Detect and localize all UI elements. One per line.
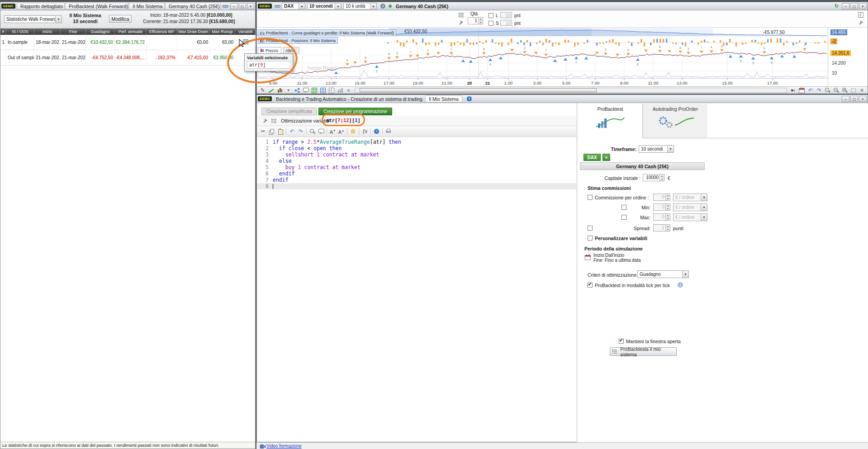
column-header[interactable]: Efficienza WF: [147, 28, 177, 35]
stop-checkbox[interactable]: [489, 21, 493, 26]
print-icon[interactable]: [384, 127, 393, 136]
dropdown-arrow-icon[interactable]: [682, 271, 688, 278]
help-icon[interactable]: ?: [372, 127, 381, 136]
tab-il-mio-sistema[interactable]: Il Mio Sistema: [129, 3, 165, 9]
keypad-icon[interactable]: [457, 12, 465, 18]
timeframe-dropdown[interactable]: 10 secondi: [639, 145, 674, 153]
min-spinner[interactable]: [665, 204, 670, 210]
statistics-icon[interactable]: [336, 87, 344, 94]
qty-spinner[interactable]: [478, 18, 483, 24]
code-line[interactable]: 1if range > 2.5*AverageTrueRange[atr] th…: [257, 139, 576, 145]
wrench-icon[interactable]: [457, 19, 465, 26]
dropdown-arrow-icon[interactable]: [370, 3, 376, 9]
table-row[interactable]: 1In-sample18-mar-202...21-mar-202...€10.…: [0, 35, 255, 50]
commission-unit-dropdown[interactable]: € / ordine: [673, 194, 707, 201]
tick-mode-checkbox[interactable]: [588, 283, 593, 288]
calendar-icon[interactable]: [584, 254, 592, 260]
zoom-select-icon[interactable]: [849, 87, 857, 94]
dropdown-arrow-icon[interactable]: [701, 214, 707, 221]
max-input[interactable]: 0: [653, 213, 670, 221]
max-checkbox[interactable]: [621, 215, 626, 220]
variables-list-icon[interactable]: [270, 118, 278, 124]
column-header[interactable]: #: [0, 28, 6, 35]
units-selector[interactable]: 10 k unità: [343, 3, 377, 9]
dropdown-arrow-icon[interactable]: [299, 3, 305, 9]
zoom-reset-icon[interactable]: [824, 87, 831, 94]
column-header[interactable]: Variabili: [235, 28, 256, 35]
step-forward-icon[interactable]: ▶|: [789, 87, 797, 94]
tab-simple-creation[interactable]: Creazione semplificata: [261, 108, 317, 115]
code-editor[interactable]: 1if range > 2.5*AverageTrueRange[atr] th…: [257, 137, 576, 440]
font-increase-icon[interactable]: A▲: [337, 127, 346, 136]
undo-icon[interactable]: ↶: [288, 127, 296, 136]
redo-icon[interactable]: ↷: [815, 87, 823, 94]
chart-scrollbar-thumb[interactable]: [360, 88, 597, 92]
tab-probacktest-walk-forward[interactable]: ProBacktest (Walk Forward): [65, 3, 128, 9]
wrench-icon[interactable]: [261, 118, 269, 124]
max-spinner[interactable]: [665, 214, 670, 220]
symbol-tab-dax[interactable]: DAX: [583, 154, 601, 161]
column-header[interactable]: Inizio: [34, 28, 61, 35]
document-tab[interactable]: Il Mio Sistema: [425, 95, 462, 102]
cut-icon[interactable]: ✂: [259, 127, 267, 136]
max-unit-dropdown[interactable]: € / ordine: [673, 213, 707, 221]
code-line[interactable]: 2 if close < open then: [257, 145, 576, 151]
min-unit-dropdown[interactable]: € / ordine: [673, 203, 707, 211]
timeframe-selector[interactable]: 10 secondi: [307, 3, 342, 9]
dropdown-arrow-icon[interactable]: [55, 16, 62, 23]
overlay-tab-equity[interactable]: ProBacktest - Curva guadagni e perdite: …: [258, 29, 396, 36]
link-icon[interactable]: [274, 3, 281, 9]
chart-type-menu-icon[interactable]: ▼: [285, 87, 292, 94]
commission-checkbox[interactable]: [588, 195, 593, 200]
minimize-button[interactable]: [842, 96, 849, 102]
tab-germany-40-cash[interactable]: Germany 40 Cash (25€): [165, 3, 221, 9]
table-row[interactable]: Out of sample21-mar-202...21-mar-202...-…: [0, 50, 255, 66]
menu-icon[interactable]: ≡: [858, 87, 866, 94]
price-chart-canvas[interactable]: Tempo Reale1982437218497726868274463641: [257, 28, 828, 86]
symbol-selector[interactable]: DAX: [282, 3, 305, 9]
function-icon[interactable]: ƒx: [360, 127, 369, 136]
positions-table-icon[interactable]: [319, 87, 327, 94]
code-line[interactable]: 7endif: [257, 177, 576, 183]
collapse-icon[interactable]: «: [345, 87, 352, 94]
redo-icon[interactable]: ↷: [296, 127, 305, 136]
close-button[interactable]: [859, 96, 867, 102]
dropdown-arrow-icon[interactable]: [335, 3, 341, 9]
chart-scrollbar[interactable]: [355, 88, 787, 93]
column-header[interactable]: Fine: [61, 28, 86, 35]
font-decrease-icon[interactable]: A▼: [328, 127, 337, 136]
min-input[interactable]: 0: [653, 203, 670, 211]
draw-icon[interactable]: ✎: [259, 87, 266, 94]
column-header[interactable]: Max Draw Down: [177, 28, 210, 35]
maximize-button[interactable]: [239, 3, 246, 9]
capital-spinner[interactable]: [659, 175, 664, 181]
stats-selector[interactable]: Statistiche Walk Forward: [4, 15, 62, 23]
hint-icon[interactable]: [349, 127, 357, 136]
minimize-button[interactable]: [230, 3, 237, 9]
search-icon[interactable]: [308, 127, 317, 136]
code-line[interactable]: 8: [257, 183, 576, 189]
column-header[interactable]: IS / OOS: [6, 28, 34, 35]
share-icon[interactable]: [293, 87, 301, 94]
globe-icon[interactable]: [676, 282, 684, 288]
paste-icon[interactable]: [276, 127, 285, 136]
dropdown-arrow-icon[interactable]: [701, 194, 707, 201]
criteria-dropdown[interactable]: Guadagno: [637, 270, 689, 278]
spread-checkbox[interactable]: [588, 226, 593, 231]
code-line[interactable]: 3 sellshort 1 contract at market: [257, 151, 576, 158]
maximize-button[interactable]: [850, 96, 858, 102]
keep-window-checkbox[interactable]: [619, 339, 624, 344]
code-line[interactable]: 4 else: [257, 158, 576, 164]
info-icon[interactable]: i: [379, 3, 387, 9]
commission-input[interactable]: 0: [653, 194, 670, 201]
commission-spinner[interactable]: [665, 194, 670, 200]
spread-spinner[interactable]: [665, 225, 670, 231]
run-backtest-button[interactable]: ProBacktesta il mio sistema: [610, 347, 677, 356]
limit-value-input[interactable]: 10: [500, 12, 512, 18]
tab-rapporto-dettagliato[interactable]: Rapporto dettagliato: [17, 3, 65, 9]
capital-input[interactable]: 10000: [643, 174, 664, 181]
dropdown-arrow-icon[interactable]: [701, 204, 707, 211]
link-icon[interactable]: [222, 3, 229, 9]
column-header[interactable]: Max Runup: [210, 28, 235, 35]
video-training-link[interactable]: Video formazione: [266, 443, 302, 449]
